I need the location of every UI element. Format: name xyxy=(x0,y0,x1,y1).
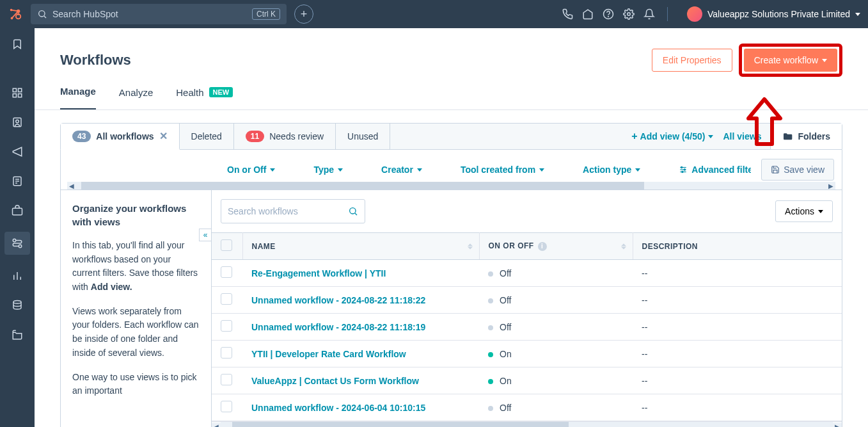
settings-icon[interactable] xyxy=(622,8,635,20)
view-tabs: 43 All workflows ✕ Deleted 11 Needs revi… xyxy=(60,123,842,150)
col-status-header[interactable]: ON OR OFFi xyxy=(479,233,633,260)
new-badge: NEW xyxy=(209,87,233,97)
edit-properties-button[interactable]: Edit Properties xyxy=(652,49,732,72)
sliders-icon xyxy=(679,165,688,174)
svg-point-30 xyxy=(684,169,685,170)
col-name-header[interactable]: NAME xyxy=(242,233,479,260)
add-view-button[interactable]: + Add view (4/50) xyxy=(631,131,713,142)
page-header: Workflows Edit Properties Create workflo… xyxy=(60,44,842,77)
notifications-icon[interactable] xyxy=(643,8,656,20)
view-label: Needs review xyxy=(269,131,324,141)
svg-rect-9 xyxy=(13,88,16,92)
svg-point-8 xyxy=(627,13,631,16)
desc-cell: -- xyxy=(633,260,842,287)
account-menu[interactable]: Valueappz Solutions Private Limited xyxy=(679,6,860,22)
nav-dashboard[interactable] xyxy=(9,85,26,101)
content: Workflows Edit Properties Create workflo… xyxy=(35,28,868,427)
helper-p1: In this tab, you'll find all your workfl… xyxy=(72,239,200,294)
tab-health[interactable]: Health NEW xyxy=(176,86,233,110)
workflow-link[interactable]: YTII | Developer Rate Card Workflow xyxy=(251,349,406,359)
folders-button[interactable]: Folders xyxy=(770,124,842,149)
row-checkbox[interactable] xyxy=(221,293,232,305)
quick-add-button[interactable]: + xyxy=(294,4,313,24)
nav-reports[interactable] xyxy=(9,268,26,284)
filter-toolbar: On or Off Type Creator Tool created from… xyxy=(60,150,842,190)
status-cell: Off xyxy=(479,260,633,287)
filter-type[interactable]: Type xyxy=(313,165,343,175)
filter-scrollbar[interactable]: ◀ ▶ xyxy=(67,182,835,189)
tab-analyze[interactable]: Analyze xyxy=(119,86,153,110)
row-checkbox[interactable] xyxy=(221,401,232,412)
workflow-link[interactable]: Unnamed workflow - 2024-08-22 11:18:19 xyxy=(251,322,425,332)
filter-action-type[interactable]: Action type xyxy=(583,165,640,175)
filter-creator[interactable]: Creator xyxy=(381,165,422,175)
workflow-search[interactable] xyxy=(221,199,365,223)
advanced-filters-button[interactable]: Advanced filters xyxy=(679,165,751,175)
table-row: YTII | Developer Rate Card WorkflowOn-- xyxy=(212,341,842,367)
collapse-panel-button[interactable]: « xyxy=(199,229,212,241)
view-unused[interactable]: Unused xyxy=(336,124,390,149)
all-views-link[interactable]: All views xyxy=(723,131,762,141)
row-checkbox[interactable] xyxy=(221,374,232,385)
nav-content[interactable] xyxy=(9,173,26,189)
workflow-link[interactable]: Unnamed workflow - 2024-06-04 10:10:15 xyxy=(251,403,425,413)
svg-point-21 xyxy=(19,245,22,248)
close-icon[interactable]: ✕ xyxy=(159,130,168,142)
select-all-checkbox[interactable] xyxy=(221,239,232,251)
marketplace-icon[interactable] xyxy=(581,8,594,20)
row-checkbox[interactable] xyxy=(221,266,232,278)
global-search[interactable]: Ctrl K xyxy=(31,4,287,24)
view-needs-review[interactable]: 11 Needs review xyxy=(234,124,336,149)
nav-contacts[interactable] xyxy=(9,114,26,131)
search-icon xyxy=(37,9,47,19)
status-cell: On xyxy=(479,367,633,394)
phone-icon[interactable] xyxy=(561,8,574,20)
folder-icon xyxy=(782,131,793,141)
svg-point-25 xyxy=(13,301,21,304)
global-search-input[interactable] xyxy=(52,9,247,19)
svg-rect-11 xyxy=(19,94,22,97)
workflow-search-input[interactable] xyxy=(228,206,343,216)
tab-health-label: Health xyxy=(176,87,203,98)
row-checkbox[interactable] xyxy=(221,347,232,359)
help-icon[interactable] xyxy=(602,8,615,20)
helper-title: Organize your workflows with views xyxy=(72,202,200,229)
svg-rect-10 xyxy=(19,88,22,92)
table-row: ValueAppz | Contact Us Form WorkflowOn-- xyxy=(212,367,842,394)
view-deleted[interactable]: Deleted xyxy=(180,124,234,149)
col-desc-header[interactable]: DESCRIPTION xyxy=(633,233,842,260)
actions-button[interactable]: Actions xyxy=(775,200,833,222)
nav-commerce[interactable] xyxy=(9,202,26,219)
info-icon[interactable]: i xyxy=(538,242,547,251)
nav-marketing[interactable] xyxy=(9,143,26,160)
view-all-workflows[interactable]: 43 All workflows ✕ xyxy=(61,124,180,150)
status-cell: On xyxy=(479,341,633,367)
hubspot-logo[interactable] xyxy=(8,6,23,22)
view-label: All workflows xyxy=(96,131,154,141)
table-scrollbar[interactable]: ◀ ▶ xyxy=(212,421,842,427)
filter-tool-created[interactable]: Tool created from xyxy=(461,165,544,175)
create-workflow-button[interactable]: Create workflow xyxy=(744,49,837,72)
svg-point-29 xyxy=(681,166,683,168)
filter-on-off[interactable]: On or Off xyxy=(227,165,275,175)
save-view-button[interactable]: Save view xyxy=(761,159,834,181)
nav-bookmarks[interactable] xyxy=(9,36,26,52)
search-icon xyxy=(348,206,358,216)
table-row: Re-Engagement Workflow | YTIIOff-- xyxy=(212,260,842,287)
workflow-link[interactable]: Re-Engagement Workflow | YTII xyxy=(251,268,386,278)
row-checkbox[interactable] xyxy=(221,320,232,332)
side-nav xyxy=(0,28,35,427)
workflow-table: NAME ON OR OFFi DESCRIPTION Re-Engagemen… xyxy=(212,232,842,421)
folders-label: Folders xyxy=(798,131,830,141)
nav-data[interactable] xyxy=(9,297,26,314)
status-cell: Off xyxy=(479,287,633,314)
workflow-link[interactable]: ValueAppz | Contact Us Form Workflow xyxy=(251,376,419,386)
workflow-link[interactable]: Unnamed workflow - 2024-08-22 11:18:22 xyxy=(251,295,425,305)
svg-line-33 xyxy=(355,213,357,215)
chevron-down-icon xyxy=(822,59,827,62)
nav-automation[interactable] xyxy=(4,232,30,255)
badge-count: 43 xyxy=(72,131,91,142)
nav-library[interactable] xyxy=(9,326,26,343)
tab-manage[interactable]: Manage xyxy=(60,86,96,110)
table-row: Unnamed workflow - 2024-06-04 10:10:15Of… xyxy=(212,394,842,421)
